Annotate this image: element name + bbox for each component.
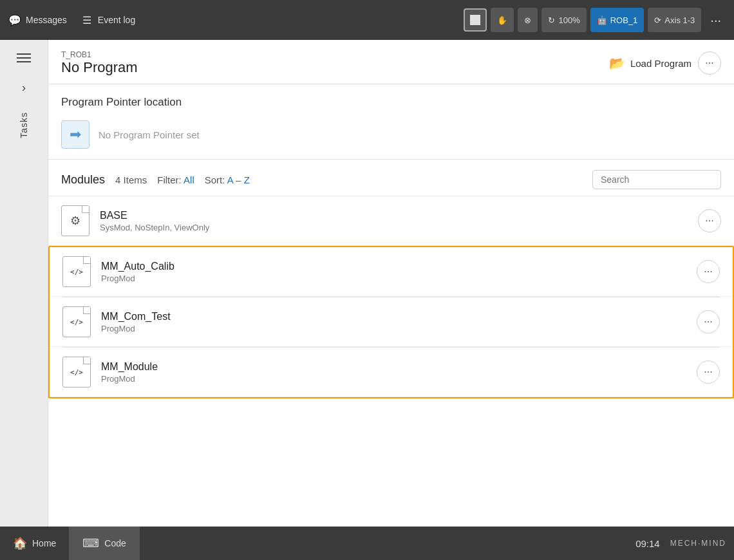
hamburger-button[interactable] xyxy=(11,46,37,70)
branding-line1: MECH·MIND xyxy=(670,539,726,548)
search-wrap xyxy=(592,170,721,189)
axis-button[interactable]: ⟳ Axis 1-3 xyxy=(648,8,701,32)
module-icon-mm-com-test: </> xyxy=(62,306,91,337)
module-name-base: BASE xyxy=(100,210,688,221)
filter-value[interactable]: All xyxy=(184,174,194,185)
module-type-mm-com-test: ProgMod xyxy=(101,324,686,333)
code-icon-2: </> xyxy=(70,318,83,326)
pointer-section: Program Pointer location ➡ No Program Po… xyxy=(48,84,734,160)
module-item-mm-auto-calib[interactable]: </> MM_Auto_Calib ProgMod ··· xyxy=(50,247,733,297)
program-title: No Program xyxy=(61,59,138,76)
hamburger-line-2 xyxy=(17,57,31,59)
module-info-mm-module: MM_Module ProgMod xyxy=(101,361,686,384)
header-right: 📂 Load Program ··· xyxy=(609,51,721,75)
module-selection-group: </> MM_Auto_Calib ProgMod ··· </> xyxy=(48,246,734,398)
module-list: ⚙ BASE SysMod, NoStepIn, ViewOnly ··· </… xyxy=(48,196,734,398)
code-label: Code xyxy=(104,538,126,548)
eventlog-button[interactable]: ☰ Event log xyxy=(80,13,135,27)
module-name-mm-module: MM_Module xyxy=(101,361,686,373)
code-icon-1: </> xyxy=(70,268,83,276)
task-subtitle: T_ROB1 xyxy=(61,50,138,59)
rob-label: ROB_1 xyxy=(610,15,638,25)
hand-button[interactable]: ✋ xyxy=(491,8,514,32)
branding: MECH·MIND xyxy=(670,539,734,548)
module-info-mm-com-test: MM_Com_Test ProgMod xyxy=(101,311,686,333)
sort-value[interactable]: A – Z xyxy=(227,174,250,185)
tasks-label: Tasks xyxy=(19,112,29,138)
axis-icon: ⟳ xyxy=(654,15,661,25)
top-bar-left: 💬 Messages ☰ Event log xyxy=(8,13,458,27)
hand-icon: ✋ xyxy=(497,15,507,25)
top-bar: 💬 Messages ☰ Event log ✋ ⊗ ↻ 100% 🤖 ROB_… xyxy=(0,0,734,40)
bottom-time: 09:14 xyxy=(635,538,670,549)
estop-button[interactable]: ⊗ xyxy=(518,8,538,32)
topbar-more-button[interactable]: ··· xyxy=(705,10,726,30)
pointer-row: ➡ No Program Pointer set xyxy=(61,118,721,151)
module-more-base[interactable]: ··· xyxy=(698,209,721,232)
axis-label: Axis 1-3 xyxy=(664,15,695,25)
items-count: 4 Items xyxy=(115,174,147,185)
top-bar-right: ✋ ⊗ ↻ 100% 🤖 ROB_1 ⟳ Axis 1-3 ··· xyxy=(464,8,726,32)
module-icon-base: ⚙ xyxy=(61,205,89,236)
stop-button[interactable] xyxy=(464,8,487,32)
speed-icon: ↻ xyxy=(548,15,555,25)
pointer-section-title: Program Pointer location xyxy=(61,96,721,109)
module-icon-mm-module: </> xyxy=(62,357,91,387)
load-program-button[interactable]: 📂 Load Program xyxy=(609,55,692,71)
hamburger-line-3 xyxy=(17,61,31,62)
module-more-mm-auto-calib[interactable]: ··· xyxy=(697,260,720,283)
header-left: T_ROB1 No Program xyxy=(61,50,138,76)
content-panel: T_ROB1 No Program 📂 Load Program ··· Pro… xyxy=(48,40,734,527)
gear-icon: ⚙ xyxy=(70,214,80,228)
header-more-button[interactable]: ··· xyxy=(698,51,721,75)
module-item-base[interactable]: ⚙ BASE SysMod, NoStepIn, ViewOnly ··· xyxy=(48,196,734,246)
speed-button[interactable]: ↻ 100% xyxy=(541,8,586,32)
module-info-mm-auto-calib: MM_Auto_Calib ProgMod xyxy=(101,261,686,283)
messages-label: Messages xyxy=(26,15,67,25)
module-name-mm-com-test: MM_Com_Test xyxy=(101,311,686,322)
eventlog-icon: ☰ xyxy=(80,13,94,27)
sort-label: Sort: A – Z xyxy=(205,174,250,185)
speed-label: 100% xyxy=(558,15,579,25)
messages-button[interactable]: 💬 Messages xyxy=(8,13,67,27)
load-program-label: Load Program xyxy=(630,58,692,69)
code-tab[interactable]: ⌨ Code xyxy=(70,527,139,560)
module-type-base: SysMod, NoStepIn, ViewOnly xyxy=(100,223,688,232)
content-header: T_ROB1 No Program 📂 Load Program ··· xyxy=(48,40,734,84)
modules-title: Modules xyxy=(61,173,105,187)
hamburger-line-1 xyxy=(17,53,31,55)
module-name-mm-auto-calib: MM_Auto_Calib xyxy=(101,261,686,272)
code-icon-3: </> xyxy=(70,368,83,377)
messages-icon: 💬 xyxy=(8,13,22,27)
expand-button[interactable]: › xyxy=(12,76,35,99)
modules-header: Modules 4 Items Filter: All Sort: A – Z xyxy=(48,160,734,196)
modules-section: Modules 4 Items Filter: All Sort: A – Z xyxy=(48,160,734,527)
rob-icon: 🤖 xyxy=(597,15,607,25)
home-label: Home xyxy=(32,538,56,548)
module-item-mm-module[interactable]: </> MM_Module ProgMod ··· xyxy=(50,348,733,397)
main-area: › Tasks T_ROB1 No Program 📂 Load Program… xyxy=(0,40,734,527)
module-icon-mm-auto-calib: </> xyxy=(62,256,91,287)
pointer-icon: ➡ xyxy=(61,120,89,149)
module-item-mm-com-test[interactable]: </> MM_Com_Test ProgMod ··· xyxy=(50,297,733,347)
load-icon: 📂 xyxy=(609,55,625,71)
rob-button[interactable]: 🤖 ROB_1 xyxy=(590,8,645,32)
module-more-mm-com-test[interactable]: ··· xyxy=(697,310,720,333)
module-info-base: BASE SysMod, NoStepIn, ViewOnly xyxy=(100,210,688,232)
estop-icon: ⊗ xyxy=(524,15,531,25)
search-input[interactable] xyxy=(592,170,721,189)
bottom-bar: 🏠 Home ⌨ Code 09:14 MECH·MIND xyxy=(0,527,734,560)
code-icon: ⌨ xyxy=(82,536,99,550)
module-more-mm-module[interactable]: ··· xyxy=(697,360,720,384)
eventlog-label: Event log xyxy=(98,15,135,25)
stop-icon xyxy=(470,15,480,25)
filter-label: Filter: All xyxy=(157,174,194,185)
sidebar: › Tasks xyxy=(0,40,48,527)
module-type-mm-auto-calib: ProgMod xyxy=(101,274,686,283)
module-type-mm-module: ProgMod xyxy=(101,374,686,384)
home-icon: 🏠 xyxy=(13,536,27,550)
home-tab[interactable]: 🏠 Home xyxy=(0,527,70,560)
no-pointer-text: No Program Pointer set xyxy=(99,129,200,140)
